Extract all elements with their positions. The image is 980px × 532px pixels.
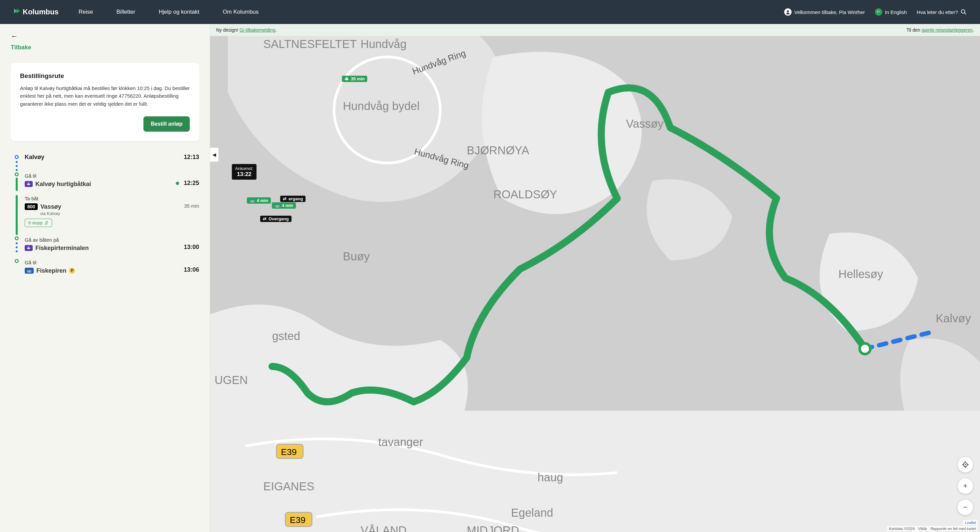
- map[interactable]: Ny design! Gi tilbakemelding. Til den ga…: [210, 24, 980, 532]
- card-title: Bestillingsrute: [20, 72, 190, 79]
- leaflet-link[interactable]: Leaflet: [965, 521, 976, 525]
- user-menu[interactable]: Velkommen tilbake, Pia Winther: [784, 8, 865, 16]
- collapse-sidebar-handle[interactable]: ◀: [210, 147, 219, 162]
- svg-point-3: [961, 10, 965, 13]
- feedback-link[interactable]: Gi tilbakemelding: [240, 27, 275, 33]
- card-body: Anløp til Kalvøy hurtigbåtkai må bestill…: [20, 84, 190, 108]
- map-attribution: Kartdata ©2024 Vilkår Rapportér en feil …: [887, 526, 978, 531]
- banner-right-text: Til den: [906, 27, 921, 33]
- bus-icon: 🚌: [250, 198, 255, 203]
- attrib-data: Kartdata ©2024: [889, 527, 915, 530]
- search-placeholder: Hva leter du etter?: [917, 10, 958, 15]
- svg-text:BJØRNØYA: BJØRNØYA: [467, 144, 529, 157]
- nav-om[interactable]: Om Kolumbus: [223, 9, 259, 15]
- leaflet-attribution: Leaflet: [963, 520, 978, 525]
- back-arrow-icon[interactable]: ←: [11, 32, 199, 41]
- boat-label: Ta båt: [25, 196, 199, 201]
- map-canvas[interactable]: Langøy Vassøy BJØRNØYA ROALDSØY Hellesøy…: [210, 24, 980, 532]
- design-banner: Ny design! Gi tilbakemelding. Til den ga…: [210, 24, 980, 36]
- stop-dot-icon: [15, 236, 19, 240]
- bus-icon: 🚌: [25, 268, 34, 274]
- svg-text:gsted: gsted: [272, 330, 300, 342]
- svg-line-10: [907, 336, 914, 338]
- old-planner-link[interactable]: gamle reiseplanleggeren: [922, 27, 973, 33]
- svg-text:EIGANES: EIGANES: [263, 480, 314, 493]
- route-badge: 800: [25, 203, 38, 210]
- book-button[interactable]: Bestill anløp: [143, 116, 190, 132]
- search-field[interactable]: Hva leter du etter?: [917, 9, 967, 15]
- walk1-time: 12:25: [184, 179, 199, 186]
- welcome-text: Velkommen tilbake, Pia Winther: [794, 10, 865, 15]
- svg-line-9: [893, 340, 900, 341]
- logo[interactable]: Kolumbus: [13, 7, 59, 17]
- user-icon: [784, 8, 792, 16]
- svg-text:Kalvøy: Kalvøy: [935, 312, 971, 325]
- park-icon: P: [69, 268, 75, 274]
- stop-dot-icon: [15, 172, 19, 176]
- svg-text:haug: haug: [538, 471, 563, 484]
- svg-text:MIDJORD: MIDJORD: [467, 524, 519, 532]
- transfer-icon: ⇄: [263, 216, 267, 221]
- svg-line-8: [879, 343, 886, 345]
- locate-button[interactable]: [957, 457, 973, 473]
- svg-text:E39: E39: [290, 515, 305, 525]
- boat-dest: Vassøy: [40, 203, 61, 210]
- logo-text: Kolumbus: [23, 8, 59, 16]
- svg-text:ROALDSØY: ROALDSØY: [493, 188, 557, 201]
- svg-text:Hundvåg: Hundvåg: [361, 38, 407, 50]
- zoom-out-button[interactable]: −: [957, 499, 973, 515]
- sidebar: ← Tilbake Bestillingsrute Anløp til Kalv…: [0, 24, 210, 532]
- svg-text:tavanger: tavanger: [378, 436, 423, 448]
- walk1-label: Gå til: [25, 173, 199, 179]
- svg-line-11: [922, 333, 929, 334]
- search-icon: [961, 9, 967, 15]
- nav-reise[interactable]: Reise: [79, 9, 93, 15]
- svg-text:Vassøy: Vassøy: [626, 118, 664, 130]
- attrib-report[interactable]: Rapportér en feil med kartet: [931, 527, 976, 530]
- svg-point-40: [965, 464, 966, 465]
- banner-left-text: Ny design!: [216, 27, 240, 33]
- svg-text:E39: E39: [281, 447, 296, 457]
- stops-expand[interactable]: 6 stopp ⇵: [25, 219, 52, 227]
- ferry-icon: ⛴: [25, 245, 33, 251]
- zoom-in-button[interactable]: +: [957, 478, 973, 494]
- chevron-updown-icon: ⇵: [45, 220, 48, 226]
- boat-duration: 35 min: [184, 203, 199, 209]
- logo-icon: [13, 7, 21, 17]
- svg-text:Hundvåg bydel: Hundvåg bydel: [343, 100, 420, 112]
- svg-text:Buøy: Buøy: [343, 250, 370, 263]
- ferry-icon: ⛴: [345, 76, 349, 81]
- boat-via: via Kalvøy: [40, 211, 199, 216]
- attrib-terms[interactable]: Vilkår: [918, 527, 927, 530]
- svg-marker-1: [17, 9, 20, 13]
- transfer-icon: ⇄: [283, 196, 286, 201]
- back-label[interactable]: Tilbake: [11, 44, 199, 51]
- flag-icon: 🏳: [875, 8, 882, 16]
- realtime-dot-icon: [176, 182, 179, 185]
- stop-dot-icon: [15, 259, 19, 263]
- nav-billetter[interactable]: Billetter: [116, 9, 135, 15]
- locate-icon: [962, 461, 969, 468]
- svg-text:Egeland: Egeland: [511, 507, 554, 519]
- walk2-dest: Fiskepiren: [37, 267, 66, 274]
- ferry-duration-badge: ⛴ 35 min: [342, 76, 367, 82]
- main-nav: Reise Billetter Hjelp og kontakt Om Kolu…: [79, 9, 259, 15]
- walk2-time: 13:06: [184, 266, 199, 273]
- ferry-icon: ⛴: [25, 181, 33, 187]
- svg-text:Hellesøy: Hellesøy: [838, 268, 884, 280]
- svg-text:UGEN: UGEN: [215, 374, 248, 386]
- bus-duration-badge: 🚌 4 min: [247, 197, 271, 204]
- start-dot-icon: [15, 155, 19, 159]
- start-time: 12:13: [184, 154, 199, 161]
- svg-point-12: [859, 343, 870, 354]
- svg-line-4: [965, 13, 966, 15]
- nav-hjelp[interactable]: Hjelp og kontakt: [159, 9, 199, 15]
- alight-dest: Fiskepirterminalen: [35, 245, 89, 252]
- bus-duration-badge: 🚌 4 min: [272, 202, 296, 209]
- booking-card: Bestillingsrute Anløp til Kalvøy hurtigb…: [11, 63, 199, 141]
- language-label: In English: [885, 10, 907, 15]
- language-toggle[interactable]: 🏳 In English: [875, 8, 907, 16]
- itinerary: Kalvøy 12:13 Gå til ⛴ Kalvøy hurtig: [0, 150, 210, 291]
- svg-text:SALTNESFELTET: SALTNESFELTET: [263, 38, 356, 50]
- arrival-time: 13:22: [235, 171, 253, 178]
